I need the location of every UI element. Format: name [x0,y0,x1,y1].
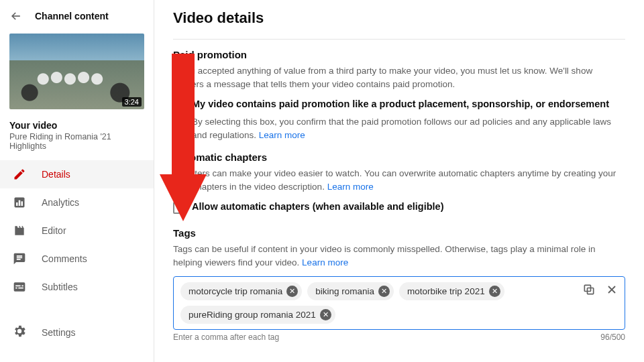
checkbox-icon[interactable] [173,99,185,111]
copy-icon[interactable] [582,282,596,297]
video-duration: 3:24 [122,97,142,107]
sidebar-title: Channel content [35,11,109,21]
sidebar-item-label: Details [42,169,70,180]
sidebar: Channel content 3:24 Your video Pure Rid… [0,0,154,362]
tag-chip-label: motorbike trip 2021 [407,286,485,296]
svg-rect-3 [21,201,23,206]
paid-promotion-section: Paid promotion If you accepted anything … [173,49,625,142]
tags-hint: Enter a comma after each tag [173,333,279,342]
paid-promotion-subtext: By selecting this box, you confirm that … [192,115,625,143]
film-icon [12,223,27,238]
sidebar-settings[interactable]: Settings [0,317,154,347]
chapters-desc: Chapters can make your video easier to w… [173,167,625,194]
tag-chip-label: biking romania [315,286,374,296]
settings-label: Settings [42,327,76,338]
sidebar-item-comments[interactable]: Comments [0,245,154,273]
learn-more-link[interactable]: Learn more [259,130,305,140]
paid-promotion-checkbox-row[interactable]: My video contains paid promotion like a … [173,99,625,111]
remove-tag-icon[interactable]: ✕ [320,309,331,320]
main-content: Video details Paid promotion If you acce… [154,0,644,362]
remove-tag-icon[interactable]: ✕ [286,286,298,297]
learn-more-link[interactable]: Learn more [327,182,374,192]
tags-heading: Tags [173,227,625,239]
comment-icon [12,251,27,266]
bars-icon [12,195,27,210]
divider [173,39,625,40]
tag-chip-label: motorcycle trip romania [189,286,282,296]
sidebar-item-label: Analytics [42,197,79,208]
sidebar-item-analytics[interactable]: Analytics [0,188,154,217]
checkbox-icon[interactable] [173,202,185,214]
chapters-checkbox-label: Allow automatic chapters (when available… [192,201,443,212]
sidebar-nav: DetailsAnalyticsEditorCommentsSubtitles [0,160,154,301]
tag-chip[interactable]: motorbike trip 2021✕ [399,282,504,300]
sidebar-header: Channel content [0,4,154,29]
tag-chip-label: pureRiding group romania 2021 [189,310,316,320]
tags-counter: 96/500 [600,333,625,342]
sidebar-item-label: Comments [42,253,87,264]
svg-rect-1 [16,202,18,206]
tags-section: Tags Tags can be useful if content in yo… [173,227,625,343]
gear-icon [12,324,27,341]
sidebar-item-label: Subtitles [42,282,78,292]
automatic-chapters-section: Automatic chapters Chapters can make you… [173,152,625,214]
remove-tag-icon[interactable]: ✕ [489,286,500,297]
sidebar-item-subtitles[interactable]: Subtitles [0,273,154,301]
paid-promotion-checkbox-label: My video contains paid promotion like a … [192,99,609,109]
your-video-label: Your video [0,115,154,132]
svg-rect-2 [19,200,21,206]
pencil-icon [12,167,27,182]
remove-tag-icon[interactable]: ✕ [378,286,390,297]
chapters-heading: Automatic chapters [173,152,625,163]
tags-desc: Tags can be useful if content in your vi… [173,243,625,270]
video-title: Pure Riding in Romania '21 Highlights [0,132,154,160]
video-thumbnail[interactable]: 3:24 [9,34,144,109]
paid-promotion-desc: If you accepted anything of value from a… [173,64,625,92]
tag-chip[interactable]: biking romania✕ [307,282,394,300]
tag-chip[interactable]: pureRiding group romania 2021✕ [180,306,335,324]
learn-more-link[interactable]: Learn more [302,257,348,267]
page-title: Video details [173,9,625,27]
tag-chip[interactable]: motorcycle trip romania✕ [180,282,302,300]
back-arrow-icon[interactable] [9,9,23,23]
subtitles-icon [12,280,27,294]
sidebar-item-details[interactable]: Details [0,160,154,188]
clear-all-icon[interactable] [604,282,619,297]
paid-promotion-heading: Paid promotion [173,49,625,60]
chapters-checkbox-row[interactable]: Allow automatic chapters (when available… [173,201,625,214]
tags-input[interactable]: motorcycle trip romania✕biking romania✕m… [173,276,625,330]
sidebar-item-editor[interactable]: Editor [0,217,154,245]
sidebar-item-label: Editor [42,225,66,236]
